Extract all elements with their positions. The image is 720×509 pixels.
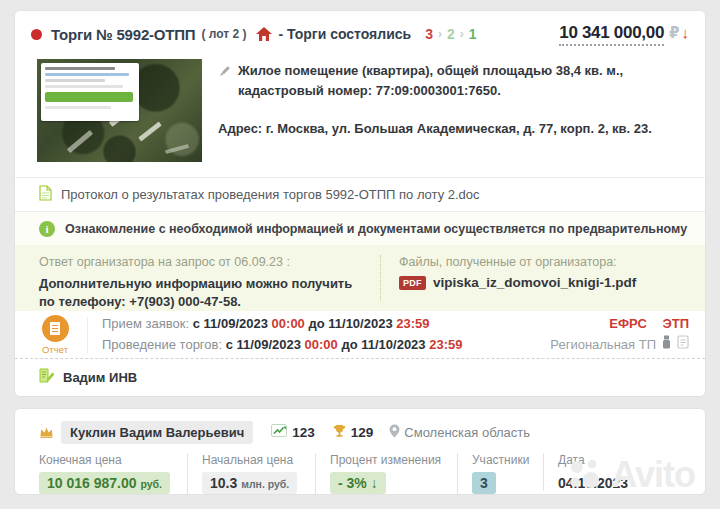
schedule-links: ЕФРС ЭТП Региональная ТП (550, 314, 689, 356)
report-button[interactable]: Отчет (33, 315, 77, 355)
applications-period: Прием заявок: с 11/09/2023 00:00 до 11/1… (102, 314, 462, 335)
efrs-link[interactable]: ЕФРС (609, 316, 647, 331)
applications-label: Прием заявок: (102, 316, 189, 331)
auctions-count: 123 (292, 425, 315, 440)
ruble-icon: ₽ (669, 24, 679, 42)
start-price-value: 10.3 (210, 475, 237, 491)
bidding-from-time: 00:00 (305, 337, 338, 352)
percent-change-value: - 3% (338, 475, 367, 491)
popup-green-button[interactable] (45, 92, 133, 102)
report-icon (42, 315, 69, 342)
bidder-name: Вадим ИНВ (63, 370, 137, 385)
start-price-badge: 10.3 млн. руб. (202, 472, 297, 494)
auction-card: Торги № 5992-ОТПП ( лот 2 ) - Торги сост… (14, 10, 706, 397)
stat-label: Дата (558, 453, 628, 467)
pencil-icon (218, 64, 231, 84)
stat-label: Участники (472, 453, 529, 467)
final-price-badge: 10 016 987.00 руб. (39, 472, 170, 494)
description-text: Жилое помещение (квартира), общей площад… (238, 61, 689, 101)
bidder-row[interactable]: Вадим ИНВ (15, 358, 705, 396)
price-value[interactable]: 10 341 000,00 (559, 23, 664, 46)
stat-date: Дата 04.10.2023 (543, 453, 642, 491)
applications-from-time: 00:00 (272, 316, 305, 331)
stat-label: Начальная цена (202, 453, 301, 467)
pdf-icon: PDF (399, 276, 426, 290)
stat-label: Процент изменения (330, 453, 443, 467)
current-price: 10 341 000,00 ₽ ↓ (559, 23, 689, 46)
report-label: Отчет (42, 344, 68, 355)
winner-name-badge[interactable]: Куклин Вадим Валерьевич (61, 421, 253, 444)
final-price-unit: руб. (140, 478, 162, 490)
auction-status: - Торги состоялись (278, 26, 411, 42)
document-icon (39, 185, 52, 205)
round-2[interactable]: 2 (447, 26, 455, 42)
chart-icon (271, 424, 287, 440)
region-name: Смоленская область (404, 425, 530, 440)
info-icon: i (39, 221, 55, 237)
auction-header: Торги № 5992-ОТПП ( лот 2 ) - Торги сост… (15, 11, 705, 51)
bidding-to-date: до 11/10/2023 (341, 337, 425, 352)
protocol-file-link[interactable]: Протокол о результатах проведения торгов… (61, 187, 480, 202)
notice-row: i Ознакомление с необходимой информацией… (15, 211, 705, 245)
result-card: Куклин Вадим Валерьевич 123 129 Смоленск… (14, 408, 706, 495)
region-info: Смоленская область (389, 424, 530, 441)
price-down-arrow-icon: ↓ (682, 24, 690, 41)
applications-to-time: 23:59 (396, 316, 429, 331)
applications-to-date: до 11/10/2023 (308, 316, 392, 331)
popup-text-line (45, 85, 123, 88)
trophy-icon (333, 424, 346, 441)
chevron-right-icon: › (460, 27, 464, 41)
platform-label: Региональная ТП (550, 335, 656, 356)
round-1[interactable]: 1 (469, 26, 477, 42)
etp-link[interactable]: ЭТП (662, 316, 689, 331)
divider (87, 317, 88, 353)
status-dot-icon (31, 29, 42, 40)
applications-from-date: с 11/09/2023 (193, 316, 268, 331)
chevron-right-icon: › (438, 27, 442, 41)
files-title: Файлы, полученные от организатора: (399, 255, 636, 269)
popup-text-line (45, 106, 111, 109)
rounds-breadcrumb: 3 › 2 › 1 (425, 26, 476, 42)
stat-final-price: Конечная цена 10 016 987.00 руб. (39, 453, 187, 494)
date-value: 04.10.2023 (558, 472, 628, 491)
organizer-files: Файлы, полученные от организатора: PDF v… (381, 255, 636, 301)
bidding-from-date: с 11/09/2023 (226, 337, 301, 352)
percent-down-arrow-icon: ↓ (371, 475, 378, 491)
edit-note-icon (39, 368, 54, 388)
auction-title: Торги № 5992-ОТПП (51, 26, 195, 43)
bidding-label: Проведение торгов: (102, 337, 222, 352)
lot-number: ( лот 2 ) (201, 27, 246, 41)
protocol-row: Протокол о результатах проведения торгов… (15, 177, 705, 211)
stat-start-price: Начальная цена 10.3 млн. руб. (187, 453, 315, 494)
map-thumbnail[interactable] (37, 59, 202, 162)
address-text: Адрес: г. Москва, ул. Большая Академичес… (218, 119, 689, 139)
organizer-answer: Ответ организатора на запрос от 06.09.23… (39, 255, 381, 301)
crown-icon (39, 426, 54, 438)
participants-badge: 3 (472, 472, 496, 494)
lot-description: Жилое помещение (квартира), общей площад… (218, 59, 689, 169)
answer-title: Ответ организатора на запрос от 06.09.23… (39, 255, 366, 269)
map-popup (41, 63, 139, 121)
answer-text: Дополнительную информацию можно получить… (39, 275, 366, 311)
wins-count: 129 (351, 425, 374, 440)
stats-row: Конечная цена 10 016 987.00 руб. Начальн… (15, 445, 705, 494)
final-price-value: 10 016 987.00 (47, 475, 137, 491)
bidding-to-time: 23:59 (429, 337, 462, 352)
usb-icon[interactable] (662, 335, 671, 356)
winner-row: Куклин Вадим Валерьевич 123 129 Смоленск… (15, 409, 705, 445)
stat-participants: Участники 3 (457, 453, 543, 494)
organizer-panel: Ответ организатора на запрос от 06.09.23… (15, 245, 705, 311)
lot-content: Жилое помещение (квартира), общей площад… (15, 51, 705, 177)
round-3[interactable]: 3 (425, 26, 433, 42)
popup-link-line (45, 73, 129, 76)
pdf-file-link[interactable]: vipiska_iz_domovoi_knigi-1.pdf (433, 275, 636, 290)
popup-text-line (45, 67, 115, 70)
notice-text: Ознакомление с необходимой информацией и… (65, 222, 689, 236)
popup-text-line (45, 79, 105, 82)
schedule-dates: Прием заявок: с 11/09/2023 00:00 до 11/1… (102, 314, 462, 356)
percent-change-badge: - 3% ↓ (330, 472, 386, 494)
wins-metric: 129 (333, 424, 374, 441)
location-pin-icon (389, 424, 400, 441)
clipboard-icon[interactable] (677, 335, 689, 356)
home-icon[interactable] (256, 27, 272, 42)
